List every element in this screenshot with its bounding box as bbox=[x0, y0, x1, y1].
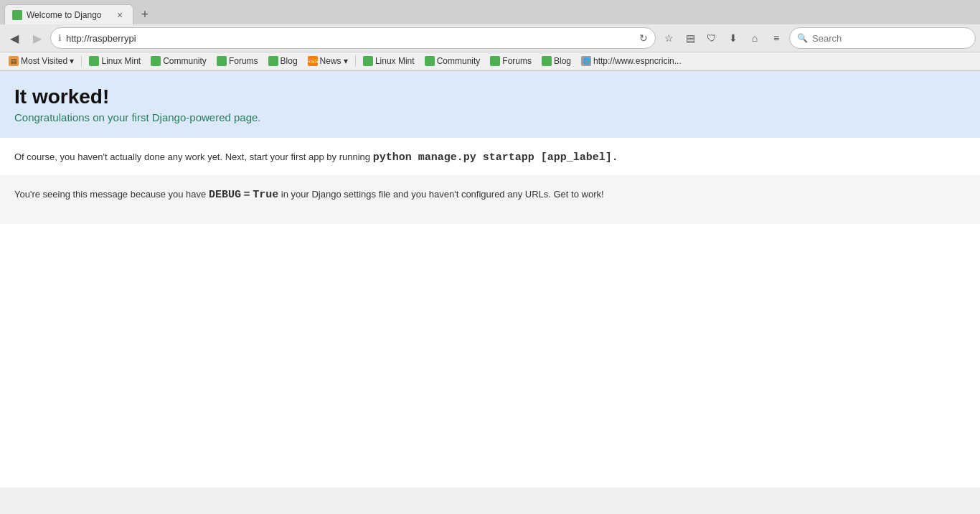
bookmarks-bar: ▤ Most Visited ▾ Linux Mint Community Fo… bbox=[0, 52, 980, 70]
bookmark-label-blog-2: Blog bbox=[554, 56, 571, 66]
download-button[interactable]: ⬇ bbox=[723, 28, 743, 48]
bookmark-favicon-news: RSS bbox=[308, 56, 318, 66]
bookmark-favicon-blog-1 bbox=[268, 56, 278, 66]
new-tab-button[interactable]: + bbox=[135, 4, 155, 24]
bookmark-most-visited[interactable]: ▤ Most Visited ▾ bbox=[4, 55, 78, 67]
active-tab[interactable]: Welcome to Django × bbox=[4, 4, 133, 24]
bookmark-label-community-2: Community bbox=[437, 56, 481, 66]
bookmark-label-linux-mint-2: Linux Mint bbox=[375, 56, 415, 66]
bookmark-community-2[interactable]: Community bbox=[420, 55, 485, 67]
bookmark-espn[interactable]: 🌐 http://www.espncricin... bbox=[577, 55, 686, 67]
bookmark-favicon-community-1 bbox=[151, 56, 161, 66]
bookmark-favicon-most-visited: ▤ bbox=[9, 56, 19, 66]
bookmark-favicon-blog-2 bbox=[542, 56, 552, 66]
body-line1-code: python manage.py startapp [app_label]. bbox=[373, 151, 618, 164]
bookmark-favicon-community-2 bbox=[425, 56, 435, 66]
bookmark-label-most-visited: Most Visited ▾ bbox=[21, 56, 74, 66]
body-debug-code2: = bbox=[244, 189, 250, 201]
back-button[interactable]: ◀ bbox=[4, 28, 24, 48]
bookmark-community-1[interactable]: Community bbox=[146, 55, 211, 67]
bookmark-label-espn: http://www.espncricin... bbox=[593, 56, 682, 66]
pocket-button[interactable]: 🛡 bbox=[702, 28, 722, 48]
bookmark-favicon-forums-1 bbox=[217, 56, 227, 66]
bookmark-star-button[interactable]: ☆ bbox=[659, 28, 679, 48]
debug-section: You're seeing this message because you h… bbox=[0, 175, 980, 224]
bookmark-label-linux-mint-1: Linux Mint bbox=[101, 56, 141, 66]
bookmark-forums-1[interactable]: Forums bbox=[212, 55, 263, 67]
nav-bar: ◀ ▶ ℹ http://raspberrypi ↻ ☆ ▤ 🛡 ⬇ ⌂ ≡ 🔍 bbox=[0, 24, 980, 52]
bookmark-linux-mint-1[interactable]: Linux Mint bbox=[85, 55, 145, 67]
bookmark-label-news: News ▾ bbox=[320, 56, 348, 66]
tab-title: Welcome to Django bbox=[27, 10, 110, 20]
page-title: It worked! bbox=[14, 85, 966, 108]
body-line2-suffix: in your Django settings file and you hav… bbox=[281, 189, 604, 200]
bookmark-favicon-linux-mint-2 bbox=[363, 56, 373, 66]
bookmark-favicon-forums-2 bbox=[490, 56, 500, 66]
tab-bar: Welcome to Django × + bbox=[0, 0, 980, 24]
body-debug-code1: DEBUG bbox=[209, 189, 241, 201]
tab-favicon bbox=[12, 10, 22, 20]
reader-button[interactable]: ▤ bbox=[680, 28, 700, 48]
tab-close-button[interactable]: × bbox=[114, 9, 126, 21]
bookmark-label-forums-2: Forums bbox=[502, 56, 532, 66]
search-bar[interactable]: 🔍 bbox=[789, 27, 976, 49]
body-line2-prefix: You're seeing this message because you h… bbox=[14, 189, 206, 200]
address-input[interactable]: http://raspberrypi bbox=[66, 33, 635, 44]
bookmark-separator-1 bbox=[81, 55, 82, 67]
page-subtitle: Congratulations on your first Django-pow… bbox=[14, 111, 966, 123]
bookmark-favicon-linux-mint-1 bbox=[89, 56, 99, 66]
search-input[interactable] bbox=[812, 33, 968, 44]
bookmark-favicon-espn: 🌐 bbox=[581, 56, 591, 66]
home-button[interactable]: ⌂ bbox=[745, 28, 765, 48]
search-icon: 🔍 bbox=[797, 33, 808, 43]
bookmark-linux-mint-2[interactable]: Linux Mint bbox=[359, 55, 419, 67]
reload-button[interactable]: ↻ bbox=[639, 32, 648, 44]
django-header: It worked! Congratulations on your first… bbox=[0, 71, 980, 138]
bookmark-blog-2[interactable]: Blog bbox=[537, 55, 575, 67]
bookmark-separator-2 bbox=[355, 55, 356, 67]
django-body: Of course, you haven't actually done any… bbox=[0, 138, 980, 235]
bookmark-news[interactable]: RSS News ▾ bbox=[303, 55, 352, 67]
address-bar[interactable]: ℹ http://raspberrypi ↻ bbox=[50, 27, 656, 49]
forward-button[interactable]: ▶ bbox=[27, 28, 47, 48]
bookmark-forums-2[interactable]: Forums bbox=[486, 55, 536, 67]
body-line2: You're seeing this message because you h… bbox=[14, 187, 966, 204]
page-content: It worked! Congratulations on your first… bbox=[0, 71, 980, 487]
body-line1: Of course, you haven't actually done any… bbox=[14, 149, 966, 167]
nav-actions: ☆ ▤ 🛡 ⬇ ⌂ ≡ bbox=[659, 28, 786, 48]
body-line1-prefix: Of course, you haven't actually done any… bbox=[14, 151, 370, 162]
bookmark-label-blog-1: Blog bbox=[281, 56, 298, 66]
lock-icon: ℹ bbox=[58, 33, 62, 43]
bookmark-label-forums-1: Forums bbox=[229, 56, 258, 66]
bookmark-label-community-1: Community bbox=[163, 56, 207, 66]
menu-button[interactable]: ≡ bbox=[766, 28, 786, 48]
browser-chrome: Welcome to Django × + ◀ ▶ ℹ http://raspb… bbox=[0, 0, 980, 71]
bookmark-blog-1[interactable]: Blog bbox=[264, 55, 302, 67]
body-debug-code3: True bbox=[253, 189, 278, 201]
